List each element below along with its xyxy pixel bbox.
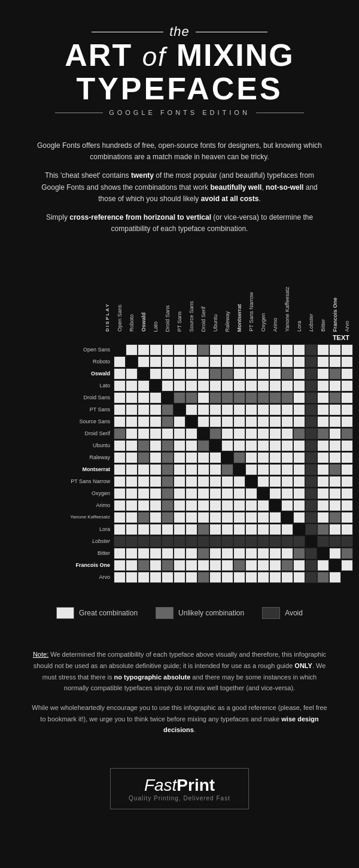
table-row: PT Sans Narrow bbox=[47, 475, 353, 487]
cell bbox=[329, 452, 341, 463]
col-montserrat: Montserrat bbox=[233, 260, 245, 332]
cell bbox=[209, 404, 221, 415]
cell bbox=[257, 548, 269, 559]
brand-box: FastPrint Quality Printing, Delivered Fa… bbox=[110, 768, 249, 809]
cell bbox=[209, 488, 221, 499]
cell bbox=[221, 476, 233, 487]
cell bbox=[174, 488, 185, 499]
cell bbox=[162, 416, 174, 427]
cell bbox=[138, 428, 150, 439]
col-raleway: Raleway bbox=[221, 260, 233, 332]
cell bbox=[269, 380, 281, 391]
cell bbox=[245, 476, 257, 487]
cell bbox=[233, 548, 245, 559]
cell bbox=[174, 572, 185, 583]
table-row: Lobster bbox=[47, 535, 353, 547]
cell bbox=[162, 488, 174, 499]
cell bbox=[114, 344, 126, 356]
cell bbox=[269, 356, 281, 368]
cell bbox=[281, 524, 293, 535]
cell bbox=[317, 344, 329, 356]
cell bbox=[174, 548, 185, 559]
cell bbox=[138, 488, 150, 499]
cell bbox=[329, 512, 341, 523]
cell bbox=[185, 560, 197, 571]
cell bbox=[197, 548, 209, 559]
cell bbox=[114, 392, 126, 403]
cell bbox=[138, 392, 150, 403]
cell bbox=[174, 344, 185, 356]
cell bbox=[269, 476, 281, 487]
cell bbox=[126, 524, 138, 535]
table-row: Ubuntu bbox=[47, 439, 353, 451]
cell bbox=[257, 536, 269, 547]
footer-para1: Note: We determined the compatibility of… bbox=[30, 649, 329, 694]
cell bbox=[233, 560, 245, 571]
legend: Great combination Unlikely combination A… bbox=[0, 595, 359, 631]
table-row: Open Sans bbox=[47, 344, 353, 356]
row-label-francois: Francois One bbox=[47, 559, 114, 571]
cell bbox=[305, 572, 317, 583]
cell bbox=[233, 380, 245, 391]
cell bbox=[245, 548, 257, 559]
cell bbox=[233, 500, 245, 511]
cell bbox=[341, 344, 353, 356]
cell bbox=[305, 464, 317, 475]
cell bbox=[114, 536, 126, 547]
col-lato: Lato bbox=[150, 260, 162, 332]
row-label-droid-sans: Droid Sans bbox=[47, 391, 114, 403]
cell bbox=[305, 428, 317, 439]
cell bbox=[162, 356, 174, 368]
cell bbox=[185, 356, 197, 368]
brand-tagline: Quality Printing, Delivered Fast bbox=[129, 795, 230, 802]
col-lobster: Lobster bbox=[305, 260, 317, 332]
col-oswald: Oswald bbox=[138, 260, 150, 332]
cell bbox=[185, 500, 197, 511]
row-label-oxygen: Oxygen bbox=[47, 487, 114, 499]
cell bbox=[185, 548, 197, 559]
cell bbox=[329, 392, 341, 403]
cell bbox=[233, 428, 245, 439]
footer-para2: While we wholeheartedly encourage you to… bbox=[30, 702, 329, 736]
cell bbox=[269, 344, 281, 356]
row-label-ubuntu: Ubuntu bbox=[47, 439, 114, 451]
cell bbox=[257, 440, 269, 451]
cell bbox=[126, 440, 138, 451]
cell bbox=[209, 560, 221, 571]
cell bbox=[233, 440, 245, 451]
cell bbox=[221, 524, 233, 535]
cell bbox=[257, 572, 269, 583]
cell bbox=[281, 488, 293, 499]
col-headers-row: DISPLAY Open Sans Roboto Oswald Lato Dro… bbox=[35, 260, 353, 332]
cell bbox=[245, 440, 257, 451]
cell bbox=[269, 440, 281, 451]
cell bbox=[317, 572, 329, 583]
cell bbox=[185, 476, 197, 487]
cell bbox=[341, 440, 353, 451]
table-row: Source Sans bbox=[47, 415, 353, 427]
cell bbox=[341, 368, 353, 380]
cell bbox=[257, 476, 269, 487]
cell bbox=[174, 500, 185, 511]
cell bbox=[305, 476, 317, 487]
cell bbox=[293, 512, 305, 523]
cell bbox=[197, 464, 209, 475]
cell bbox=[269, 524, 281, 535]
cell bbox=[209, 440, 221, 451]
cell bbox=[150, 368, 162, 380]
table-row: Oxygen bbox=[47, 487, 353, 499]
cell bbox=[293, 536, 305, 547]
cell bbox=[293, 416, 305, 427]
cell bbox=[293, 464, 305, 475]
cell bbox=[221, 368, 233, 380]
cell bbox=[233, 476, 245, 487]
cell bbox=[257, 500, 269, 511]
cell bbox=[257, 512, 269, 523]
cell bbox=[233, 524, 245, 535]
cell bbox=[150, 500, 162, 511]
cell bbox=[174, 524, 185, 535]
cell bbox=[138, 452, 150, 463]
cell bbox=[174, 356, 185, 368]
cell bbox=[245, 380, 257, 391]
cell bbox=[185, 572, 197, 583]
